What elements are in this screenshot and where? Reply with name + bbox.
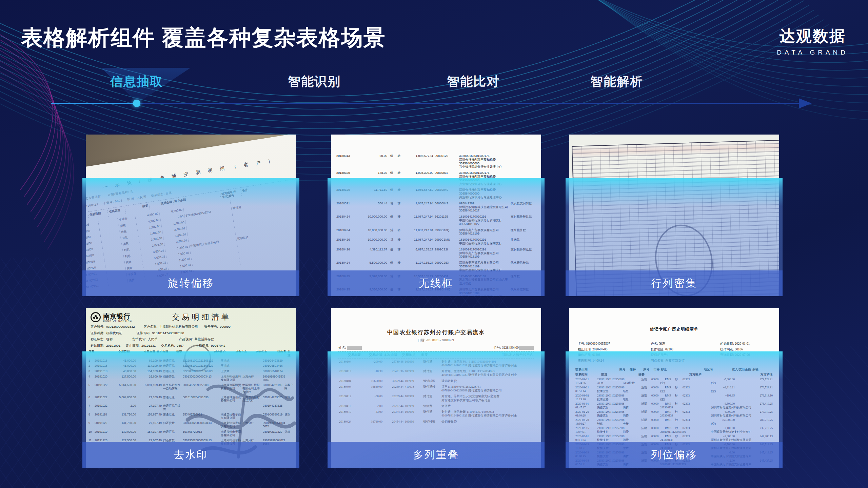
cell: 借	[388, 154, 395, 169]
thumbnail-rotated-offset: 一 本 通 / 绿 卡 通 交 易 明 细 （ 客 户 ） 开户网点: 大庆市汇…	[86, 135, 296, 296]
doc-date-line: 日期: 20180101 - 20180721	[331, 338, 541, 343]
arrow-right-icon	[799, 98, 812, 108]
caption-band: 无线框	[328, 270, 545, 296]
bank-of-nanjing-logo-icon	[91, 312, 101, 322]
thumbnail-borderless: 2018031350.00借转1,098,577.119983012633700…	[331, 135, 541, 296]
field-line: 钞汇标志: 现钞 货币代号: 人民币 产品说明: 单位活期存款	[91, 336, 291, 343]
caption-label: 行列密集	[651, 276, 697, 290]
cell: 99830126	[434, 154, 458, 169]
cell: 337000163501100175 深圳分行横向联网预扣税费 30958400…	[458, 154, 510, 169]
cell: 50.00	[357, 154, 388, 169]
progress-dot	[133, 100, 140, 107]
progress-line	[51, 103, 812, 104]
doc-fields: 客户账号: 0301260000002832 客户名称: 上海则钧信息科技有限公…	[86, 323, 296, 349]
doc-title: 借记卡账户历史明细清单	[569, 326, 779, 332]
cell	[510, 154, 536, 169]
bank-header: 南京银行 BANK OF NANJING 交易明细清单	[86, 308, 296, 323]
step-tab-info-extraction[interactable]: 信息抽取	[110, 73, 163, 90]
thumbnail-dense-grid: 行列密集	[569, 135, 779, 296]
name-field: 姓名:	[338, 345, 362, 350]
step-tab-smart-parsing[interactable]: 智能解析	[590, 73, 643, 90]
step-tab-smart-comparison[interactable]: 智能比对	[447, 73, 500, 90]
caption-band: 列位偏移	[566, 442, 783, 468]
cell: 20180313	[336, 154, 357, 169]
bank-name-en: BANK OF NANJING	[103, 320, 132, 322]
bank-name-cn: 南京银行	[103, 313, 132, 320]
thumbnail-watermark-removal: 南京银行 BANK OF NANJING 交易明细清单 客户账号: 030126…	[86, 308, 296, 468]
caption-band: 多列重叠	[328, 442, 545, 468]
thumbnail-column-overlap: 中国农业银行苏州分行账户交易流水 日期: 20180101 - 20180721…	[331, 308, 541, 468]
progress-line-active-segment	[51, 103, 137, 104]
caption-band: 旋转偏移	[82, 270, 299, 296]
slide-root: 表格解析组件 覆盖各种复杂表格场景 达观数据 DATA GRAND 信息抽取 智…	[0, 0, 868, 488]
caption-band: 去水印	[82, 442, 299, 468]
caption-label: 列位偏移	[651, 448, 697, 462]
bank-name-box: 南京银行 BANK OF NANJING	[103, 313, 132, 322]
field-line: 客户账号: 0301260000002832 客户名称: 上海则钧信息科技有限公…	[91, 324, 291, 330]
step-nav: 信息抽取 智能识别 智能比对 智能解析	[0, 0, 868, 115]
caption-label: 无线框	[419, 276, 453, 290]
table-row: 2018031350.00借转1,098,577.119983012633700…	[336, 154, 536, 169]
doc-title: 交易明细清单	[132, 312, 271, 322]
field-line: 证件种类: 机构代码证 证件号码: 913101147480907390	[91, 330, 291, 337]
cell: 1,098,577.11	[403, 154, 434, 169]
step-tab-smart-recognition[interactable]: 智能识别	[288, 73, 341, 90]
caption-label: 去水印	[174, 448, 208, 462]
doc-title: 中国农业银行苏州分行账户交易流水	[331, 329, 541, 336]
progress-line-rest-segment	[137, 103, 799, 104]
cell: 转	[395, 154, 403, 169]
caption-band: 行列密集	[566, 270, 783, 296]
caption-label: 旋转偏移	[168, 276, 214, 290]
doc-name-line: 姓名: 卡号: 6228490409	[338, 345, 534, 351]
field-line: 起始日期: 20191001 终止日期: 20191231 交易机构: 9857…	[91, 343, 291, 349]
caption-label: 多列重叠	[413, 448, 459, 462]
card-field: 卡号: 6228490409	[493, 345, 534, 350]
redaction-block	[347, 346, 362, 350]
redaction-block	[519, 346, 534, 350]
thumbnail-column-shift: 借记卡账户历史明细清单 卡号: 620003040055567 截止日期: 20…	[569, 308, 779, 468]
